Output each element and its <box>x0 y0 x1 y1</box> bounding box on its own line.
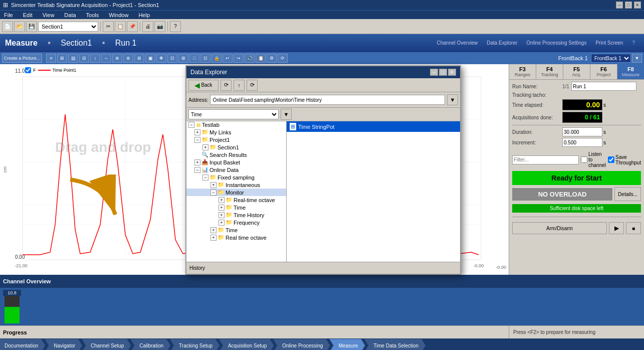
minimize-button[interactable]: ─ <box>616 2 623 9</box>
frontback-select[interactable]: FrontBack 1 <box>591 54 631 63</box>
dialog-maximize-button[interactable]: □ <box>439 69 447 76</box>
list-item-time-stringpot[interactable]: ⊞ Time StringPot <box>287 121 460 132</box>
run-name-input[interactable] <box>571 82 636 91</box>
section1-expand[interactable]: + <box>202 144 208 150</box>
tree-real-time-octave[interactable]: + 📁 Real time octave <box>186 234 286 241</box>
tree-testlab[interactable]: − 🖥 Testlab <box>186 121 286 128</box>
sub-icon-11[interactable]: ✥ <box>156 54 166 63</box>
frequency-expand[interactable]: + <box>219 220 225 226</box>
sub-icon-4[interactable]: ⊟ <box>79 54 89 63</box>
save-button[interactable]: 💾 <box>26 21 37 32</box>
menu-file[interactable]: File <box>2 12 15 19</box>
project1-expand[interactable]: − <box>194 137 200 143</box>
dialog-title-controls[interactable]: ─ □ ✕ <box>430 69 456 76</box>
menu-help[interactable]: Help <box>136 12 152 19</box>
search-dropdown-button[interactable]: ▼ <box>281 109 292 120</box>
my-links-expand[interactable]: + <box>194 129 200 135</box>
instantaneous-expand[interactable]: + <box>210 182 217 188</box>
breadcrumb-tracking-setup[interactable]: Tracking Setup <box>170 339 220 350</box>
f8-key[interactable]: F8 Measure <box>617 64 644 79</box>
f6-key[interactable]: F6 Project <box>590 64 617 79</box>
testlab-expand[interactable]: − <box>188 122 194 128</box>
sub-icon-13[interactable]: ⊞ <box>178 54 188 63</box>
f3-key[interactable]: F3 Ranges <box>509 64 536 79</box>
breadcrumb-online-processing[interactable]: Online Processing <box>273 339 330 350</box>
sub-icon-1[interactable]: ≡ <box>46 54 56 63</box>
close-button[interactable]: ✕ <box>634 2 641 9</box>
tab-data-explorer[interactable]: Data Explorer <box>483 39 521 48</box>
sub-icon-8[interactable]: ⊗ <box>123 54 133 63</box>
address-input[interactable] <box>210 95 445 105</box>
dialog-minimize-button[interactable]: ─ <box>430 69 438 76</box>
dialog-tree[interactable]: − 🖥 Testlab + 📁 My Links − 📁 Project1 + … <box>186 121 287 262</box>
tab-channel-overview[interactable]: Channel Overview <box>433 39 482 48</box>
sub-icon-14[interactable]: □ <box>189 54 199 63</box>
breadcrumb-acquisition-setup[interactable]: Acquisition Setup <box>219 339 274 350</box>
tree-input-basket[interactable]: + 📥 Input Basket <box>186 158 286 166</box>
search-combo[interactable]: Time <box>188 109 279 119</box>
sub-icon-15[interactable]: ⊡ <box>200 54 210 63</box>
tree-frequency[interactable]: + 📁 Frequency <box>186 219 286 226</box>
sub-icon-5[interactable]: ↕ <box>90 54 100 63</box>
menu-window[interactable]: Window <box>107 12 130 19</box>
tree-section1[interactable]: + 📁 Section1 <box>186 143 286 151</box>
tree-time-1[interactable]: + 📁 Time <box>186 204 286 211</box>
copy-button[interactable]: 📋 <box>115 21 126 32</box>
duration-input[interactable] <box>562 127 602 136</box>
online-data-expand[interactable]: − <box>194 167 200 173</box>
tree-monitor[interactable]: − 📁 Monitor <box>186 189 286 196</box>
open-button[interactable]: 📂 <box>14 21 25 32</box>
time1-expand[interactable]: + <box>219 205 225 211</box>
sub-icon-6[interactable]: ↔ <box>101 54 111 63</box>
sub-icon-9[interactable]: ⊞ <box>134 54 144 63</box>
realtime-octave-expand[interactable]: + <box>219 197 225 203</box>
sub-icon-10[interactable]: ▣ <box>145 54 155 63</box>
time2-expand[interactable]: + <box>210 227 217 233</box>
f5-key[interactable]: F5 Acq. <box>563 64 590 79</box>
back-button[interactable]: ◀ Back <box>188 80 219 91</box>
tab-online-processing-settings[interactable]: Online Processing Settings <box>522 39 590 48</box>
ready-for-start-button[interactable]: Ready for Start <box>512 171 641 185</box>
filter-input[interactable] <box>512 155 579 164</box>
new-button[interactable]: 📄 <box>2 21 13 32</box>
maximize-button[interactable]: □ <box>625 2 632 9</box>
menu-view[interactable]: View <box>41 12 57 19</box>
play-button[interactable]: ▶ <box>609 222 624 234</box>
tree-my-links[interactable]: + 📁 My Links <box>186 128 286 136</box>
cut-button[interactable]: ✂ <box>103 21 114 32</box>
sub-icon-18[interactable]: ↪ <box>234 54 244 63</box>
sub-icon-12[interactable]: ⊡ <box>167 54 177 63</box>
address-go-button[interactable]: ▼ <box>447 94 458 105</box>
subheader-expand-btn[interactable]: ▼ <box>632 54 642 63</box>
sub-icon-19[interactable]: 🔊 <box>245 54 255 63</box>
tree-realtime-octave[interactable]: + 📁 Real-time octave <box>186 196 286 204</box>
sub-icon-16[interactable]: 🔒 <box>211 54 222 63</box>
sub-icon-2[interactable]: ⊞ <box>57 54 67 63</box>
breadcrumb-calibration[interactable]: Calibration <box>130 339 170 350</box>
increment-input[interactable] <box>562 138 602 147</box>
tree-instantaneous[interactable]: + 📁 Instantaneous <box>186 181 286 189</box>
input-basket-expand[interactable]: + <box>194 159 200 165</box>
tab-help[interactable]: ? <box>628 39 639 48</box>
up-button[interactable]: ↑ <box>234 80 245 91</box>
sub-icon-21[interactable]: ⚙ <box>267 54 277 63</box>
refresh-button[interactable]: ⟳ <box>247 80 258 91</box>
fixed-sampling-expand[interactable]: − <box>202 174 208 181</box>
menu-data[interactable]: Data <box>62 12 78 19</box>
tree-fixed-sampling[interactable]: − 📁 Fixed sampling <box>186 173 286 181</box>
forward-button[interactable]: ⟳ <box>221 80 232 91</box>
details-button[interactable]: Details... <box>614 187 641 201</box>
tree-time-history[interactable]: + 📁 Time History <box>186 211 286 219</box>
listen-checkbox[interactable] <box>581 156 587 163</box>
sub-icon-22[interactable]: ⟳ <box>278 54 288 63</box>
breadcrumb-measure[interactable]: Measure <box>329 339 365 350</box>
menu-tools[interactable]: Tools <box>84 12 101 19</box>
sub-icon-17[interactable]: ↩ <box>223 54 233 63</box>
sub-icon-3[interactable]: ▤ <box>68 54 78 63</box>
stop-button[interactable]: ■ <box>626 222 641 234</box>
breadcrumb-channel-setup[interactable]: Channel Setup <box>82 339 131 350</box>
tree-project1[interactable]: − 📁 Project1 <box>186 136 286 143</box>
screenshot-button[interactable]: 📷 <box>154 21 165 32</box>
breadcrumb-time-data-selection[interactable]: Time Data Selection <box>364 339 425 350</box>
time-history-expand[interactable]: + <box>219 212 225 218</box>
